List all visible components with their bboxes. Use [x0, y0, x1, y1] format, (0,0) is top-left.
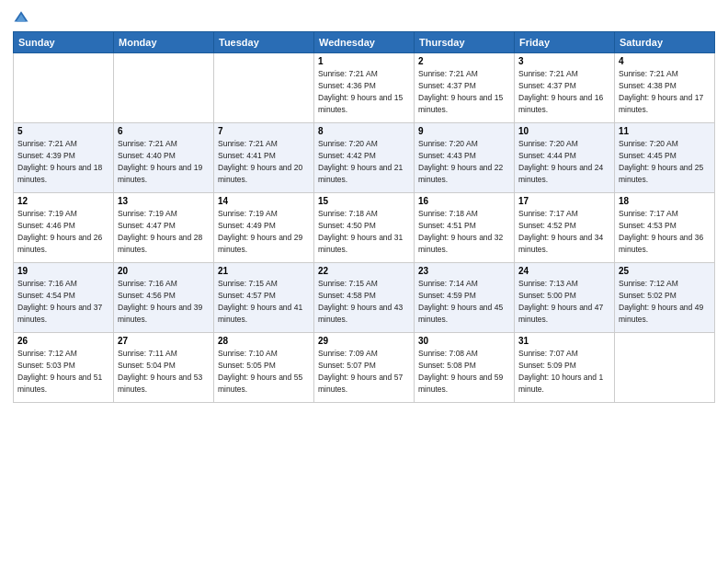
calendar-header-sunday: Sunday — [14, 32, 114, 53]
calendar-cell: 13 Sunrise: 7:19 AMSunset: 4:47 PMDaylig… — [114, 193, 214, 263]
calendar-cell: 25 Sunrise: 7:12 AMSunset: 5:02 PMDaylig… — [615, 263, 715, 333]
calendar-cell: 21 Sunrise: 7:15 AMSunset: 4:57 PMDaylig… — [214, 263, 314, 333]
calendar-header-wednesday: Wednesday — [314, 32, 415, 53]
calendar-cell: 17 Sunrise: 7:17 AMSunset: 4:52 PMDaylig… — [515, 193, 615, 263]
day-number: 28 — [218, 336, 310, 346]
day-number: 9 — [418, 126, 510, 136]
day-info: Sunrise: 7:15 AMSunset: 4:57 PMDaylight:… — [218, 279, 302, 324]
calendar-cell: 5 Sunrise: 7:21 AMSunset: 4:39 PMDayligh… — [14, 123, 114, 193]
calendar-cell — [14, 53, 114, 123]
logo — [13, 9, 32, 26]
day-number: 22 — [318, 266, 410, 276]
calendar-cell — [214, 53, 314, 123]
day-number: 30 — [418, 336, 510, 346]
day-number: 6 — [118, 126, 210, 136]
calendar-cell: 18 Sunrise: 7:17 AMSunset: 4:53 PMDaylig… — [615, 193, 715, 263]
calendar-header-row: SundayMondayTuesdayWednesdayThursdayFrid… — [14, 32, 715, 53]
day-number: 2 — [418, 56, 510, 66]
day-info: Sunrise: 7:18 AMSunset: 4:51 PMDaylight:… — [418, 209, 503, 254]
day-number: 3 — [518, 56, 610, 66]
day-info: Sunrise: 7:21 AMSunset: 4:38 PMDaylight:… — [619, 69, 703, 114]
calendar-cell: 1 Sunrise: 7:21 AMSunset: 4:36 PMDayligh… — [314, 53, 415, 123]
calendar-cell: 10 Sunrise: 7:20 AMSunset: 4:44 PMDaylig… — [515, 123, 615, 193]
calendar-cell: 16 Sunrise: 7:18 AMSunset: 4:51 PMDaylig… — [415, 193, 515, 263]
calendar-week-5: 26 Sunrise: 7:12 AMSunset: 5:03 PMDaylig… — [14, 333, 715, 403]
calendar-header-saturday: Saturday — [615, 32, 715, 53]
day-number: 14 — [218, 196, 310, 206]
day-number: 27 — [118, 336, 210, 346]
day-info: Sunrise: 7:11 AMSunset: 5:04 PMDaylight:… — [118, 349, 202, 394]
calendar-cell: 4 Sunrise: 7:21 AMSunset: 4:38 PMDayligh… — [615, 53, 715, 123]
day-info: Sunrise: 7:16 AMSunset: 4:56 PMDaylight:… — [118, 279, 202, 324]
calendar-cell — [615, 333, 715, 403]
day-info: Sunrise: 7:19 AMSunset: 4:49 PMDaylight:… — [218, 209, 302, 254]
calendar-cell: 14 Sunrise: 7:19 AMSunset: 4:49 PMDaylig… — [214, 193, 314, 263]
day-info: Sunrise: 7:10 AMSunset: 5:05 PMDaylight:… — [218, 349, 302, 394]
calendar-cell: 15 Sunrise: 7:18 AMSunset: 4:50 PMDaylig… — [314, 193, 415, 263]
day-info: Sunrise: 7:21 AMSunset: 4:36 PMDaylight:… — [318, 69, 403, 114]
day-info: Sunrise: 7:13 AMSunset: 5:00 PMDaylight:… — [518, 279, 603, 324]
calendar-cell: 26 Sunrise: 7:12 AMSunset: 5:03 PMDaylig… — [14, 333, 114, 403]
day-number: 12 — [17, 196, 109, 206]
day-number: 4 — [619, 56, 711, 66]
day-info: Sunrise: 7:21 AMSunset: 4:40 PMDaylight:… — [118, 139, 202, 184]
calendar-week-2: 5 Sunrise: 7:21 AMSunset: 4:39 PMDayligh… — [14, 123, 715, 193]
calendar-header-friday: Friday — [515, 32, 615, 53]
calendar-cell: 28 Sunrise: 7:10 AMSunset: 5:05 PMDaylig… — [214, 333, 314, 403]
calendar-header-monday: Monday — [114, 32, 214, 53]
calendar-header-thursday: Thursday — [415, 32, 515, 53]
calendar-cell: 11 Sunrise: 7:20 AMSunset: 4:45 PMDaylig… — [615, 123, 715, 193]
day-number: 7 — [218, 126, 310, 136]
day-number: 13 — [118, 196, 210, 206]
day-number: 15 — [318, 196, 410, 206]
calendar-cell: 24 Sunrise: 7:13 AMSunset: 5:00 PMDaylig… — [515, 263, 615, 333]
day-info: Sunrise: 7:12 AMSunset: 5:03 PMDaylight:… — [17, 349, 102, 394]
day-info: Sunrise: 7:20 AMSunset: 4:42 PMDaylight:… — [318, 139, 403, 184]
calendar-week-1: 1 Sunrise: 7:21 AMSunset: 4:36 PMDayligh… — [14, 53, 715, 123]
day-number: 21 — [218, 266, 310, 276]
calendar-cell: 20 Sunrise: 7:16 AMSunset: 4:56 PMDaylig… — [114, 263, 214, 333]
day-info: Sunrise: 7:08 AMSunset: 5:08 PMDaylight:… — [418, 349, 503, 394]
calendar-cell: 3 Sunrise: 7:21 AMSunset: 4:37 PMDayligh… — [515, 53, 615, 123]
calendar-cell: 30 Sunrise: 7:08 AMSunset: 5:08 PMDaylig… — [415, 333, 515, 403]
day-number: 31 — [518, 336, 610, 346]
day-number: 8 — [318, 126, 410, 136]
day-number: 24 — [518, 266, 610, 276]
day-number: 10 — [518, 126, 610, 136]
day-info: Sunrise: 7:09 AMSunset: 5:07 PMDaylight:… — [318, 349, 403, 394]
calendar-cell: 29 Sunrise: 7:09 AMSunset: 5:07 PMDaylig… — [314, 333, 415, 403]
day-info: Sunrise: 7:21 AMSunset: 4:37 PMDaylight:… — [418, 69, 503, 114]
day-number: 18 — [619, 196, 711, 206]
calendar-cell: 6 Sunrise: 7:21 AMSunset: 4:40 PMDayligh… — [114, 123, 214, 193]
day-number: 1 — [318, 56, 410, 66]
header — [13, 9, 715, 26]
calendar-cell: 19 Sunrise: 7:16 AMSunset: 4:54 PMDaylig… — [14, 263, 114, 333]
day-info: Sunrise: 7:19 AMSunset: 4:47 PMDaylight:… — [118, 209, 202, 254]
day-info: Sunrise: 7:15 AMSunset: 4:58 PMDaylight:… — [318, 279, 403, 324]
day-info: Sunrise: 7:21 AMSunset: 4:37 PMDaylight:… — [518, 69, 603, 114]
day-number: 17 — [518, 196, 610, 206]
calendar-week-3: 12 Sunrise: 7:19 AMSunset: 4:46 PMDaylig… — [14, 193, 715, 263]
page: SundayMondayTuesdayWednesdayThursdayFrid… — [0, 0, 728, 563]
day-info: Sunrise: 7:20 AMSunset: 4:43 PMDaylight:… — [418, 139, 503, 184]
calendar-table: SundayMondayTuesdayWednesdayThursdayFrid… — [13, 31, 715, 403]
day-number: 26 — [17, 336, 109, 346]
day-number: 5 — [17, 126, 109, 136]
logo-icon — [13, 9, 29, 26]
day-number: 29 — [318, 336, 410, 346]
calendar-cell: 27 Sunrise: 7:11 AMSunset: 5:04 PMDaylig… — [114, 333, 214, 403]
calendar-header-tuesday: Tuesday — [214, 32, 314, 53]
calendar-cell: 2 Sunrise: 7:21 AMSunset: 4:37 PMDayligh… — [415, 53, 515, 123]
day-info: Sunrise: 7:17 AMSunset: 4:52 PMDaylight:… — [518, 209, 603, 254]
day-info: Sunrise: 7:14 AMSunset: 4:59 PMDaylight:… — [418, 279, 503, 324]
calendar-cell: 9 Sunrise: 7:20 AMSunset: 4:43 PMDayligh… — [415, 123, 515, 193]
day-info: Sunrise: 7:20 AMSunset: 4:44 PMDaylight:… — [518, 139, 603, 184]
day-number: 19 — [17, 266, 109, 276]
day-number: 16 — [418, 196, 510, 206]
day-info: Sunrise: 7:19 AMSunset: 4:46 PMDaylight:… — [17, 209, 102, 254]
day-info: Sunrise: 7:16 AMSunset: 4:54 PMDaylight:… — [17, 279, 102, 324]
calendar-cell: 31 Sunrise: 7:07 AMSunset: 5:09 PMDaylig… — [515, 333, 615, 403]
day-info: Sunrise: 7:20 AMSunset: 4:45 PMDaylight:… — [619, 139, 703, 184]
calendar-cell: 23 Sunrise: 7:14 AMSunset: 4:59 PMDaylig… — [415, 263, 515, 333]
day-info: Sunrise: 7:18 AMSunset: 4:50 PMDaylight:… — [318, 209, 403, 254]
